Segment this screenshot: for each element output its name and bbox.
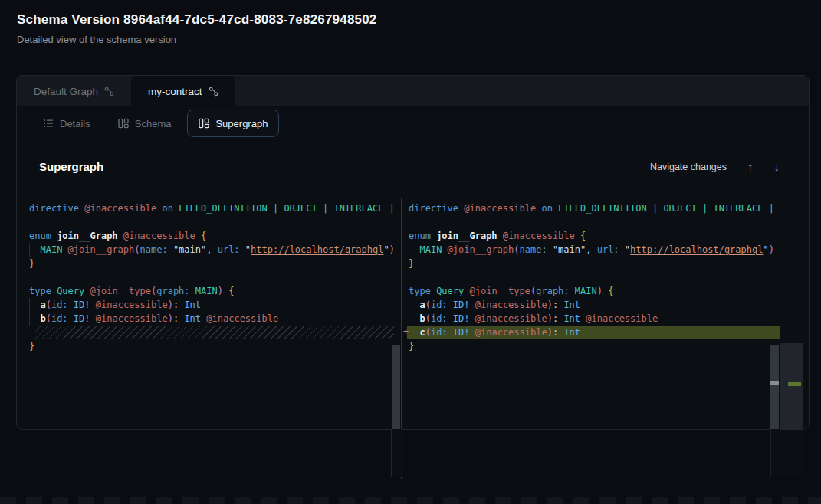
schema-url-link[interactable]: http://localhost/graphql — [251, 244, 383, 255]
diff-left-editor[interactable]: directive @inaccessible on FIELD_DEFINIT… — [23, 198, 394, 429]
code-token: ( — [425, 299, 431, 310]
code-token: } — [29, 258, 34, 269]
code-token: " — [383, 244, 389, 255]
code-token: ( — [46, 313, 51, 324]
code-token: : — [173, 313, 184, 324]
code-token: @inaccessible — [84, 203, 162, 214]
right-scrollbar-track[interactable] — [770, 429, 803, 477]
code-line: MAIN @join__graph(name: "main", url: "ht… — [29, 243, 394, 257]
code-token: url: — [597, 244, 619, 255]
code-line: directive @inaccessible on FIELD_DEFINIT… — [29, 201, 394, 215]
arrow-down-icon: ↓ — [774, 160, 780, 173]
code-line: } — [29, 257, 394, 270]
code-token: ) — [168, 299, 173, 310]
code-token: "main" — [173, 244, 206, 255]
code-token: ( — [514, 244, 519, 255]
code-token: INTERFACE — [713, 203, 768, 214]
code-token — [409, 327, 419, 338]
tab-supergraph[interactable]: Supergraph — [187, 110, 279, 137]
tab-schema[interactable]: Schema — [107, 110, 183, 137]
code-line: b(id: ID! @inaccessible): Int @inaccessi… — [29, 312, 394, 326]
left-scrollbar-track[interactable] — [391, 429, 402, 477]
code-token: b — [419, 313, 425, 324]
code-token: graph: — [156, 286, 189, 296]
code-token: ID! — [453, 299, 470, 310]
code-token: : — [553, 299, 563, 310]
code-line: enum join__Graph @inaccessible { — [409, 229, 780, 243]
code-token: @inaccessible — [96, 299, 168, 310]
code-token: @join__type — [90, 286, 150, 296]
code-token — [29, 244, 40, 255]
code-token: @inaccessible — [475, 299, 547, 310]
arrow-up-icon: ↑ — [747, 160, 754, 173]
columns-icon — [199, 118, 209, 129]
code-token: ) — [218, 286, 223, 296]
code-token: a — [40, 299, 45, 310]
tab-details-label: Details — [60, 118, 90, 129]
tab-supergraph-label: Supergraph — [215, 118, 268, 129]
code-token: @inaccessible — [503, 231, 580, 241]
code-token: ( — [134, 244, 140, 255]
code-token: { — [228, 286, 234, 296]
navigate-next-change-button[interactable]: ↓ — [774, 161, 780, 172]
code-line: type Query @join__type(graph: MAIN) { — [409, 284, 780, 298]
overview-ruler-added-mark — [788, 382, 801, 386]
variant-fork-icon — [209, 87, 218, 97]
code-token: ) — [547, 313, 553, 324]
code-token: ) — [168, 313, 173, 324]
page-title: Schema Version 8964af44-7dc5-47cd-8083-7… — [17, 12, 377, 28]
code-token — [240, 244, 245, 255]
code-line: type Query @join__type(graph: MAIN) { — [29, 284, 394, 298]
tab-default-graph-label: Default Graph — [34, 86, 98, 97]
code-token: ) — [547, 299, 553, 310]
code-token: MAIN — [40, 244, 67, 255]
code-token: @inaccessible — [206, 313, 278, 324]
list-icon — [43, 118, 54, 129]
code-token: type — [409, 286, 436, 296]
code-line-added: c(id: ID! @inaccessible): Int — [407, 326, 780, 339]
code-line: } — [409, 257, 780, 270]
code-token — [29, 313, 40, 324]
code-token: " — [763, 244, 768, 255]
code-token — [448, 327, 453, 338]
code-token: | — [769, 203, 774, 214]
code-token: ID! — [453, 327, 470, 338]
code-line: MAIN @join__graph(name: "main", url: "ht… — [409, 243, 780, 257]
code-token — [90, 299, 96, 310]
code-token: @inaccessible — [586, 313, 658, 324]
code-line — [409, 215, 780, 229]
code-line — [29, 215, 394, 229]
code-token: graph: — [536, 286, 569, 296]
code-token: ) — [597, 286, 603, 296]
code-token: | — [702, 203, 713, 214]
tab-schema-label: Schema — [135, 118, 172, 129]
left-scrollbar-thumb[interactable] — [392, 345, 400, 430]
code-line: } — [409, 339, 780, 353]
code-token: @inaccessible — [96, 313, 168, 324]
code-token: OBJECT — [284, 203, 323, 214]
code-token — [619, 244, 625, 255]
right-scrollbar-thumb[interactable] — [770, 345, 779, 430]
deleted-line-placeholder — [34, 326, 394, 339]
navigate-previous-change-button[interactable]: ↑ — [747, 161, 754, 172]
schema-url-link[interactable]: http://localhost/graphql — [630, 244, 763, 255]
code-token — [470, 313, 475, 324]
code-token: "main" — [553, 244, 586, 255]
code-token — [448, 313, 453, 324]
code-token: | — [389, 203, 394, 214]
diff-right-editor[interactable]: directive @inaccessible on FIELD_DEFINIT… — [402, 198, 780, 429]
tab-default-graph[interactable]: Default Graph — [17, 76, 131, 106]
code-token: " — [625, 244, 630, 255]
tab-my-contract[interactable]: my-contract — [131, 76, 235, 106]
tab-details[interactable]: Details — [31, 110, 102, 137]
indent-guide — [409, 243, 409, 257]
code-token: c — [419, 327, 425, 338]
code-line: } — [29, 339, 394, 353]
code-token — [90, 313, 96, 324]
added-line-plus-marker: + — [403, 325, 409, 339]
code-token: { — [608, 286, 613, 296]
code-token: name: — [140, 244, 168, 255]
diff-overview-ruler-viewport[interactable] — [780, 343, 803, 430]
code-token — [570, 286, 575, 296]
code-token: Int — [184, 299, 201, 310]
